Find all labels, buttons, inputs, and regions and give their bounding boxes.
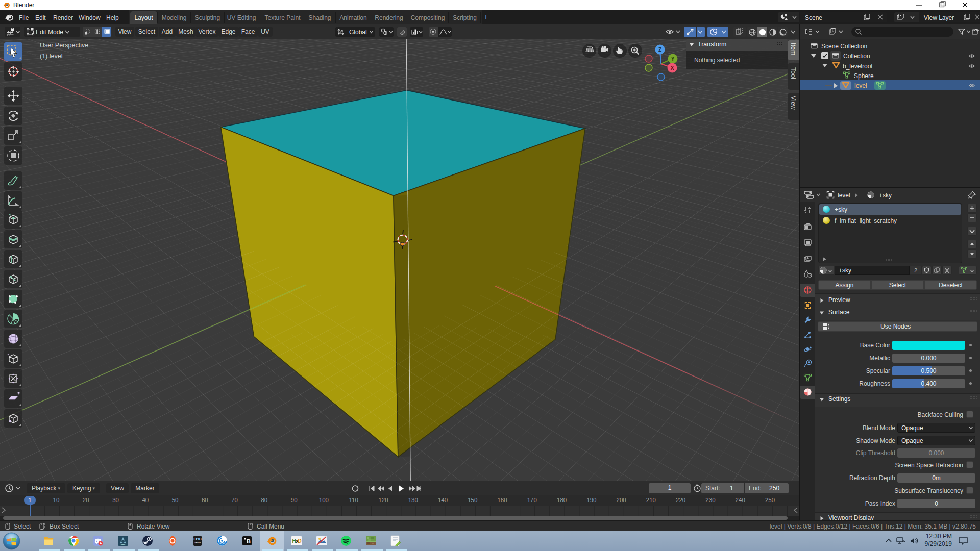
svg-text:EPIC: EPIC [193, 537, 201, 541]
svg-text:D: D [298, 538, 301, 544]
svg-text:Z: Z [658, 47, 662, 53]
svg-text:GAMES: GAMES [194, 542, 201, 544]
svg-text:Y: Y [671, 56, 675, 62]
svg-text:B: B [247, 538, 251, 544]
svg-text:X: X [671, 65, 674, 71]
